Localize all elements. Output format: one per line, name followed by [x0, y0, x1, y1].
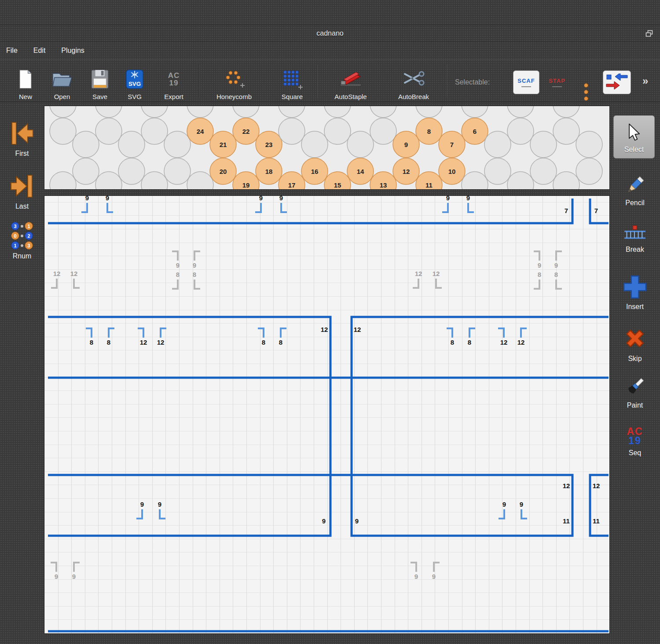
slice-helix-empty[interactable]	[507, 106, 534, 118]
scaf-toggle-button[interactable]: SCAF	[513, 70, 539, 94]
rnum-button[interactable]: 3 1 0 2 1 3 Rnum	[0, 222, 44, 260]
slice-helix-empty[interactable]	[279, 106, 305, 118]
export-button[interactable]: AC 19 Export	[157, 63, 191, 100]
slice-helix-empty[interactable]	[416, 106, 442, 118]
slice-helix-empty[interactable]	[50, 118, 76, 144]
crossover-marker[interactable]	[255, 203, 261, 212]
crossover-marker[interactable]	[160, 509, 165, 519]
crossover-marker[interactable]	[172, 251, 178, 261]
crossover-marker[interactable]	[498, 328, 504, 338]
path-canvas[interactable]: 9999998812128888121299991212121299998888…	[44, 196, 609, 633]
slice-helix-empty[interactable]	[553, 106, 579, 118]
scaffold-strand-2[interactable]	[48, 317, 330, 536]
slice-helix-empty[interactable]	[484, 158, 511, 184]
slice-helix-empty[interactable]	[530, 131, 557, 158]
tool-break[interactable]: Break	[610, 224, 660, 254]
crossover-marker[interactable]	[521, 328, 527, 338]
tool-paint[interactable]: Paint	[610, 376, 660, 409]
slice-helix-empty[interactable]	[462, 106, 488, 118]
svg-export-button[interactable]: SVG SVG	[121, 63, 149, 100]
slice-helix-empty[interactable]	[118, 131, 145, 158]
slice-helix-empty[interactable]	[141, 106, 168, 118]
first-button[interactable]: First	[0, 120, 44, 158]
slice-helix-empty[interactable]	[73, 131, 99, 158]
autobreak-button[interactable]: AutoBreak	[387, 63, 440, 100]
slice-helix-empty[interactable]	[118, 158, 145, 184]
slice-helix-empty[interactable]	[187, 172, 213, 189]
slice-helix-empty[interactable]	[347, 131, 374, 158]
slice-helix-empty[interactable]	[73, 158, 99, 184]
panel-splitter[interactable]	[44, 190, 610, 195]
slice-helix-empty[interactable]	[164, 158, 191, 184]
crossover-marker[interactable]	[442, 203, 448, 212]
slice-helix-empty[interactable]	[324, 118, 351, 144]
crossover-marker[interactable]	[86, 328, 92, 338]
crossover-marker[interactable]	[499, 509, 504, 519]
crossover-marker[interactable]	[194, 280, 200, 289]
slice-helix-empty[interactable]	[324, 106, 351, 118]
crossover-marker[interactable]	[447, 328, 452, 338]
crossover-marker[interactable]	[411, 563, 416, 572]
scaffold-strand-0[interactable]	[48, 199, 572, 223]
crossover-marker[interactable]	[534, 280, 539, 289]
crossover-marker[interactable]	[172, 280, 178, 289]
tool-pencil[interactable]: Pencil	[610, 175, 660, 207]
slice-canvas[interactable]: 2421202219231817161514139128117106	[44, 106, 609, 189]
crossover-marker[interactable]	[468, 203, 474, 212]
crossover-marker[interactable]	[556, 251, 562, 261]
crossover-marker[interactable]	[258, 328, 264, 338]
slice-view-panel[interactable]: 2421202219231817161514139128117106	[44, 106, 610, 190]
last-button[interactable]: Last	[0, 173, 44, 210]
crossover-marker[interactable]	[521, 509, 527, 519]
slice-helix-empty[interactable]	[141, 118, 168, 144]
path-view-panel[interactable]: 9999998812128888121299991212121299998888…	[44, 195, 610, 634]
slice-helix-empty[interactable]	[141, 172, 168, 189]
menu-plugins[interactable]: Plugins	[61, 47, 84, 55]
slice-helix-empty[interactable]	[484, 131, 511, 158]
stap-toggle-button[interactable]: STAP	[545, 70, 569, 94]
crossover-marker[interactable]	[136, 509, 142, 519]
crossover-marker[interactable]	[436, 279, 442, 288]
new-button[interactable]: New	[11, 63, 40, 100]
crossover-marker[interactable]	[194, 251, 200, 261]
crossover-marker[interactable]	[74, 279, 80, 288]
slice-helix-empty[interactable]	[164, 131, 191, 158]
slice-helix-empty[interactable]	[50, 172, 76, 189]
slice-helix-empty[interactable]	[95, 172, 122, 189]
crossover-marker[interactable]	[556, 280, 562, 289]
slice-helix-empty[interactable]	[233, 106, 259, 118]
slice-helix-empty[interactable]	[370, 106, 396, 118]
crossover-marker[interactable]	[281, 328, 286, 338]
crossover-marker[interactable]	[81, 203, 87, 212]
slice-helix-empty[interactable]	[576, 131, 602, 158]
crossover-marker[interactable]	[281, 203, 287, 212]
staple-dots-button[interactable]	[580, 67, 592, 104]
slice-helix-empty[interactable]	[530, 158, 557, 184]
slice-helix-empty[interactable]	[462, 172, 488, 189]
menu-file[interactable]: File	[6, 47, 18, 55]
window-restore-button[interactable]	[645, 29, 654, 37]
slice-helix-empty[interactable]	[553, 172, 579, 189]
slice-helix-empty[interactable]	[95, 106, 122, 118]
slice-helix-empty[interactable]	[507, 172, 534, 189]
tool-seq[interactable]: AC 19 Seq	[610, 427, 660, 457]
endpoint-arrows-button[interactable]	[603, 70, 631, 94]
crossover-marker[interactable]	[534, 251, 539, 261]
crossover-marker[interactable]	[51, 563, 56, 572]
slice-helix-empty[interactable]	[95, 118, 122, 144]
titlebar[interactable]: cadnano	[0, 25, 660, 42]
tool-select[interactable]: Select	[613, 115, 655, 158]
open-button[interactable]: Open	[47, 63, 77, 100]
slice-helix-empty[interactable]	[301, 131, 328, 158]
slice-helix-empty[interactable]	[370, 118, 396, 144]
slice-helix-empty[interactable]	[576, 158, 602, 184]
tool-insert[interactable]: Insert	[610, 275, 660, 311]
autostaple-button[interactable]: AutoStaple	[324, 63, 378, 100]
scaffold-strand-1[interactable]	[590, 199, 609, 223]
crossover-marker[interactable]	[161, 328, 166, 338]
menu-edit[interactable]: Edit	[33, 47, 46, 55]
honeycomb-button[interactable]: Honeycomb	[205, 63, 263, 100]
toolbar-overflow-button[interactable]: »	[642, 75, 648, 87]
crossover-marker[interactable]	[469, 328, 475, 338]
crossover-marker[interactable]	[51, 279, 57, 288]
